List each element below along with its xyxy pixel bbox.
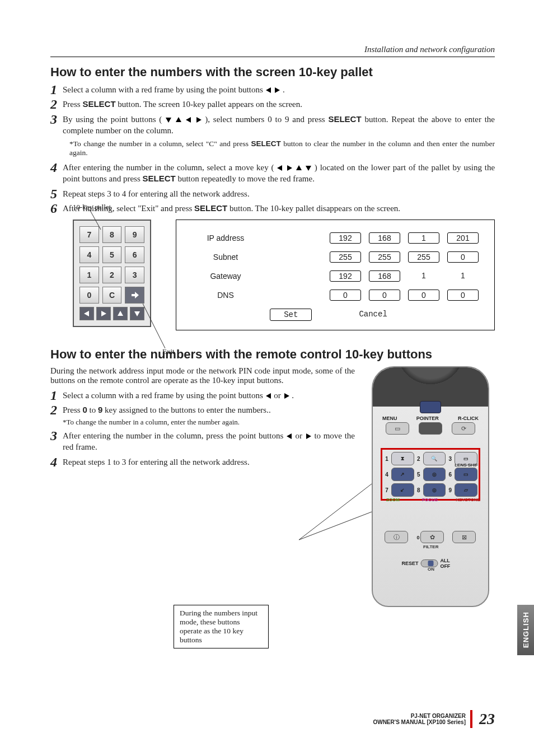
svg-marker-18 [284, 393, 289, 399]
num-5-button[interactable]: ◎ [423, 468, 446, 481]
zero-label: 0 [82, 405, 87, 414]
ip-oct2[interactable]: 168 [369, 232, 400, 244]
r-step-1: 1 Select a column with a red frame by us… [50, 390, 355, 401]
dns-oct3[interactable]: 0 [408, 290, 439, 301]
triangle-left-icon [265, 393, 272, 399]
subnet-oct4[interactable]: 0 [447, 251, 479, 263]
key-6[interactable]: 6 [125, 246, 144, 263]
triangle-up-icon [175, 116, 182, 123]
leader-line-icon [84, 209, 106, 232]
triangle-right-icon [283, 393, 290, 399]
r2-b: to [87, 405, 98, 414]
pointer-button[interactable] [419, 422, 442, 435]
key-move-up[interactable] [113, 307, 128, 320]
svg-marker-19 [287, 433, 292, 439]
num-4-button[interactable]: ↗ [391, 468, 414, 481]
step2-text-a: Press [63, 100, 82, 109]
label-gateway: Gateway [192, 272, 259, 281]
info-button[interactable]: ⓘ [385, 531, 408, 543]
language-tab: ENGLISH [517, 605, 534, 655]
num-8-button[interactable]: ◎ [423, 483, 446, 497]
step4-text-a: After entering the number in the column,… [63, 163, 274, 172]
key-1[interactable]: 1 [79, 267, 99, 283]
gw-oct2[interactable]: 168 [369, 270, 400, 282]
leader-line-icon [143, 304, 176, 354]
key-5[interactable]: 5 [102, 246, 122, 263]
step-number: 6 [50, 199, 57, 217]
row-ip: IP address 192 168 1 201 [192, 232, 479, 244]
key-9[interactable]: 9 [125, 226, 144, 243]
svg-marker-12 [84, 311, 89, 316]
subnet-oct3[interactable]: 255 [408, 251, 439, 263]
num-9-button[interactable]: ▱ [455, 483, 477, 497]
keystone-label: KEYSTONE [456, 497, 480, 502]
cancel-button[interactable]: Cancel [345, 309, 400, 321]
rclick-button[interactable]: ⟳ [452, 422, 475, 435]
exit-label: Exit [162, 347, 175, 356]
triangle-right-icon [195, 116, 202, 123]
step2-text-b: button. The screen 10-key pallet appears… [116, 100, 302, 109]
ip-oct4[interactable]: 201 [447, 232, 479, 244]
step1-text-b: . [283, 85, 285, 94]
remote-row1-labels: MENU POINTER R-CLICK [373, 416, 488, 421]
gw-oct4[interactable]: 1 [447, 270, 479, 282]
dns-oct2[interactable]: 0 [369, 290, 400, 301]
svg-marker-4 [186, 117, 191, 123]
triangle-right-icon [286, 165, 293, 171]
dns-oct1[interactable]: 0 [330, 290, 361, 301]
svg-marker-2 [166, 118, 171, 123]
subnet-oct2[interactable]: 255 [369, 251, 400, 263]
svg-marker-7 [287, 165, 292, 171]
step-4: 4 After entering the number in the colum… [50, 162, 495, 185]
gw-oct3[interactable]: 1 [408, 270, 439, 282]
ten-key-pallet: 7 8 9 4 5 6 1 2 3 0 C [73, 220, 151, 327]
exit-arrow-icon [130, 291, 139, 300]
callout-leader-icon [299, 478, 377, 545]
num-2-label: 2 [415, 452, 422, 465]
on-label: ON [428, 567, 434, 572]
key-0[interactable]: 0 [79, 287, 99, 304]
num-0-button[interactable]: ✿ [420, 531, 444, 543]
step-number: 3 [50, 110, 57, 128]
key-move-right[interactable] [96, 307, 111, 320]
set-button[interactable]: Set [270, 309, 312, 321]
svg-line-22 [299, 512, 372, 540]
focus-label: FOCUS [422, 497, 438, 502]
note-a: *To change the number in a column, selec… [69, 139, 251, 148]
menu-button[interactable]: ▭ [386, 422, 409, 435]
triangle-left-icon [185, 116, 192, 123]
key-c[interactable]: C [102, 287, 122, 304]
ip-oct1[interactable]: 192 [330, 232, 361, 244]
blank-button[interactable]: ⊠ [452, 531, 476, 543]
key-2[interactable]: 2 [102, 267, 122, 283]
svg-marker-9 [306, 166, 311, 171]
r2-note: *To change the number in a column, enter… [63, 417, 355, 427]
num-6-button[interactable]: ▭ [455, 468, 477, 481]
num-2-button[interactable]: 🔍 [423, 452, 446, 465]
dns-oct4[interactable]: 0 [447, 290, 479, 301]
gw-oct1[interactable]: 192 [330, 270, 361, 282]
lens-shift-label: LENS SHIF [455, 463, 478, 468]
triangle-left-icon [277, 165, 283, 171]
svg-line-21 [299, 484, 372, 540]
svg-marker-11 [132, 292, 139, 298]
r-step-4: 4 Repeat steps 1 to 3 for entering all t… [50, 456, 355, 468]
subnet-oct1[interactable]: 255 [330, 251, 361, 263]
num-1-button[interactable]: ⧗ [391, 452, 414, 465]
num-9-label: 9 [447, 483, 453, 497]
svg-line-10 [90, 209, 101, 230]
triangle-right-icon [305, 433, 312, 440]
ip-oct3[interactable]: 1 [408, 232, 439, 244]
num-0-label: 0 [416, 535, 419, 540]
num-7-button[interactable]: ↙ [391, 483, 414, 497]
alloff-label: ALL OFF [440, 558, 459, 569]
key-3[interactable]: 3 [125, 267, 144, 283]
step4-text-c: button repeatedly to move the red frame. [176, 174, 315, 183]
step-3: 3 By using the point buttons ( ), select… [50, 114, 495, 137]
svg-line-16 [143, 304, 165, 348]
heading-10key-pallet: How to enter the numbers with the screen… [50, 65, 495, 80]
key-4[interactable]: 4 [79, 246, 99, 263]
r3-b: or [296, 431, 305, 440]
key-move-left[interactable] [79, 307, 94, 320]
key-exit[interactable] [125, 287, 144, 304]
